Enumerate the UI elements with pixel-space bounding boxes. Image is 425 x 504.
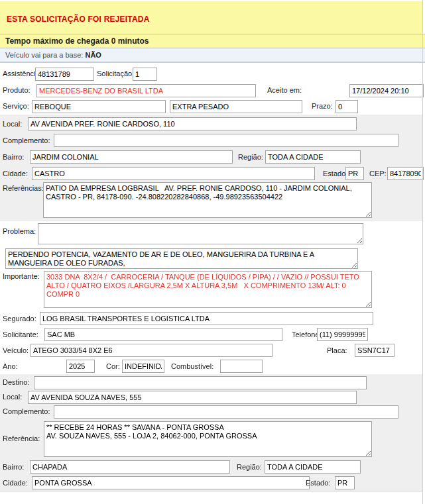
origin-cep-input[interactable] [387, 167, 424, 180]
dest-bairro-label: Bairro: [3, 463, 24, 471]
importante-row: Importante: [0, 270, 422, 311]
origin-bairro-label: Bairro: [3, 153, 24, 161]
frame-right-border [422, 0, 423, 504]
importante-label: Importante: [3, 272, 40, 280]
assistencia-input[interactable] [35, 68, 94, 81]
problem-vehicle-section: Problema: Importante: Segurado: Solicita… [0, 221, 422, 374]
dest-referencia-textarea[interactable] [44, 421, 372, 457]
segurado-input[interactable] [40, 312, 373, 325]
combustivel-label: Combustível: [171, 362, 213, 370]
problema-row: Problema: [0, 222, 422, 247]
combustivel-input[interactable] [220, 360, 263, 373]
ano-input[interactable] [66, 360, 95, 373]
problema-descricao-row [0, 247, 422, 270]
aceito-em-input[interactable] [349, 84, 424, 97]
telefone-input[interactable] [317, 328, 368, 341]
dest-bairro-row: Bairro: Região: [0, 460, 422, 476]
prazo-input[interactable] [335, 100, 358, 113]
cor-input[interactable] [122, 360, 164, 373]
veiculo-row: Veículo: Placa: [0, 343, 422, 359]
ano-cor-combustivel-row: Ano: Cor: Combustível: [0, 359, 422, 374]
importante-textarea[interactable] [44, 271, 372, 308]
origin-regiao-label: Região: [238, 153, 263, 161]
max-arrival-time-text: Tempo máximo de chegada 0 minutos [5, 36, 149, 46]
dest-complemento-row: Complemento: [0, 405, 422, 420]
aceito-em-label: Aceito em: [267, 86, 302, 94]
prazo-label: Prazo: [312, 102, 333, 110]
ano-label: Ano: [3, 362, 18, 370]
origin-estado-label: Estado: [323, 170, 347, 177]
segurado-row: Segurado: [0, 311, 422, 327]
origin-referencias-textarea[interactable] [43, 182, 372, 218]
produto-row: Produto: Aceito em: [0, 83, 422, 99]
dest-referencia-row: Referência: [0, 420, 422, 460]
veiculo-input[interactable] [30, 344, 273, 357]
destino-row: Destino: [0, 376, 422, 391]
dest-complemento-label: Complemento: [3, 407, 50, 415]
dest-local-row: Local: [0, 391, 422, 405]
origin-local-label: Local: [3, 120, 22, 128]
base-info-bar: Veículo vai para a base: NÃO [0, 48, 425, 63]
cor-label: Cor: [106, 362, 120, 370]
origin-cidade-label: Cidade: [3, 170, 28, 177]
base-info-label: Veículo vai para a base: [5, 51, 85, 59]
origin-regiao-input[interactable] [265, 150, 361, 164]
solicitante-input[interactable] [44, 328, 282, 341]
placa-input[interactable] [355, 344, 395, 357]
servico-input[interactable] [32, 100, 166, 113]
assistencia-row: Assistência: Solicitação: [0, 66, 422, 83]
dest-cidade-row: Cidade: Estado: [0, 476, 422, 491]
destino-label: Destino: [3, 378, 29, 386]
origin-cep-label: CEP: [369, 170, 387, 177]
dest-estado-input[interactable] [335, 476, 355, 489]
origin-complemento-row: Complemento: [0, 133, 422, 150]
origin-complemento-input[interactable] [54, 134, 398, 147]
dest-complemento-input[interactable] [54, 405, 398, 419]
origin-bairro-row: Bairro: Região: [0, 150, 422, 166]
problema-textarea[interactable] [38, 223, 363, 244]
veiculo-label: Veículo: [3, 346, 29, 354]
servico-row: Serviço: Prazo: [0, 99, 422, 115]
solicitacao-label: Solicitação: [97, 70, 134, 77]
origin-bairro-input[interactable] [30, 150, 233, 164]
servico-tipo-input[interactable] [170, 100, 302, 113]
destination-section: Destino: Local: Complemento: Referência:… [0, 374, 422, 491]
solicitante-label: Solicitante: [3, 330, 38, 338]
destino-input[interactable] [34, 376, 367, 389]
origin-cidade-row: Cidade: Estado: CEP: [0, 166, 422, 182]
solicitante-row: Solicitante: Telefone: [0, 327, 422, 343]
problema-descricao-textarea[interactable] [5, 248, 358, 269]
dest-referencia-label: Referência: [3, 434, 40, 442]
base-info-value: NÃO [85, 51, 101, 59]
placa-label: Placa: [327, 346, 347, 354]
dest-local-label: Local: [3, 393, 22, 401]
rejection-banner: ESTA SOLICITAÇÃO FOI REJEITADA [0, 1, 422, 34]
origin-estado-input[interactable] [345, 167, 364, 180]
dest-cidade-label: Cidade: [3, 479, 28, 487]
max-arrival-time-bar: Tempo máximo de chegada 0 minutos [0, 34, 425, 48]
origin-local-input[interactable] [28, 117, 357, 130]
dest-local-input[interactable] [28, 391, 357, 404]
origin-referencias-label: Referências: [3, 184, 44, 192]
segurado-label: Segurado: [3, 315, 36, 323]
dest-regiao-label: Região: [237, 463, 262, 471]
rejection-banner-text: ESTA SOLICITAÇÃO FOI REJEITADA [7, 15, 150, 24]
produto-input[interactable] [36, 84, 256, 97]
origin-referencias-row: Referências: [0, 182, 422, 221]
dest-regiao-input[interactable] [265, 460, 361, 474]
problema-label: Problema: [3, 227, 36, 235]
origin-cidade-input[interactable] [32, 167, 315, 180]
solicitacao-input[interactable] [133, 68, 157, 81]
origin-local-row: Local: [0, 117, 422, 133]
dest-estado-label: Estado: [306, 479, 330, 487]
servico-label: Serviço: [3, 102, 29, 110]
origin-complemento-label: Complemento: [3, 136, 50, 144]
request-header-section: Assistência: Solicitação: Produto: Aceit… [0, 63, 422, 115]
origin-address-section: Local: Complemento: Bairro: Região: Cida… [0, 115, 422, 221]
produto-label: Produto: [3, 86, 30, 94]
dest-cidade-input[interactable] [32, 476, 310, 489]
dest-bairro-input[interactable] [30, 460, 230, 474]
